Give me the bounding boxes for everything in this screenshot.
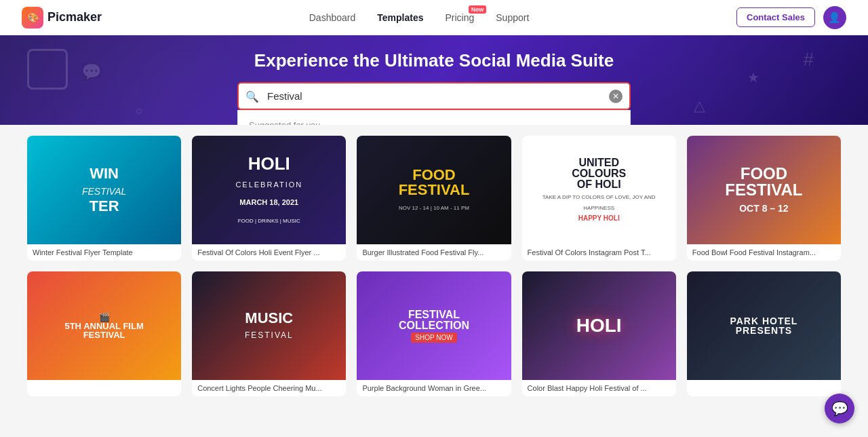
header: 🎨 Picmaker Dashboard Templates Pricing N… <box>0 0 868 35</box>
card-food-festival[interactable]: FOODFESTIVAL NOV 12 - 14 | 10 AM - 11 PM… <box>357 136 511 261</box>
card-image-park-hotel: PARK HOTELPRESENTS <box>687 271 841 380</box>
card-image-concert: MUSIC FESTIVAL <box>192 271 346 380</box>
card-winter-festival[interactable]: WINFestivalTER Winter Festival Flyer Tem… <box>27 136 181 261</box>
card-label-holi-event: Festival Of Colors Holi Event Flyer ... <box>192 244 346 261</box>
suggested-label: Suggested for you <box>249 120 321 125</box>
logo[interactable]: 🎨 Picmaker <box>22 7 102 28</box>
card-label-food-bowl: Food Bowl Food Festival Instagram... <box>687 244 841 261</box>
deco-circle: ○ <box>136 104 143 118</box>
deco-hash: # <box>803 49 814 71</box>
hero-title: Experience the Ultimate Social Media Sui… <box>254 50 614 71</box>
card-food-bowl[interactable]: FOODFESTIVAL Oct 8 – 12 Food Bowl Food F… <box>687 136 841 261</box>
nav-pricing[interactable]: Pricing New <box>445 12 474 23</box>
card-image-food-bowl: FOODFESTIVAL Oct 8 – 12 <box>687 136 841 244</box>
card-image-film: 🎬5th Annual FilmFestival <box>27 271 181 380</box>
deco-square <box>27 49 68 90</box>
card-image-winter: WINFestivalTER <box>27 136 181 244</box>
search-dropdown: Suggested for you <box>237 110 631 125</box>
card-holi-event[interactable]: HoliCELEBRATION MARCH 18, 2021 FOOD | DR… <box>192 136 346 261</box>
card-text-winter: WINFestivalTER <box>77 160 132 221</box>
new-badge: New <box>469 5 487 14</box>
hero-banner: 💬 # ★ ○ △ Experience the Ultimate Social… <box>0 35 868 125</box>
deco-chat: 💬 <box>81 62 102 81</box>
logo-text: Picmaker <box>47 10 102 24</box>
deco-star: ★ <box>747 69 760 86</box>
card-text-food-bowl: FOODFESTIVAL Oct 8 – 12 <box>719 160 808 220</box>
search-clear-button[interactable]: ✕ <box>609 90 623 103</box>
card-text-holi-blast: HOLI <box>571 311 627 341</box>
header-right: Contact Sales 👤 <box>736 6 846 29</box>
card-text-festival-col: FestivalCollection SHOP NOW <box>393 304 475 347</box>
card-image-food: FOODFESTIVAL NOV 12 - 14 | 10 AM - 11 PM <box>357 136 511 244</box>
card-concert[interactable]: MUSIC FESTIVAL Concert Lights People Che… <box>192 271 346 396</box>
card-film-festival[interactable]: 🎬5th Annual FilmFestival <box>27 271 181 396</box>
card-label-park-hotel <box>687 380 841 394</box>
card-text-film: 🎬5th Annual FilmFestival <box>59 307 149 345</box>
card-text-holi-event: HoliCELEBRATION MARCH 18, 2021 FOOD | DR… <box>230 149 308 231</box>
nav-support[interactable]: Support <box>496 12 529 23</box>
search-input[interactable] <box>237 82 631 110</box>
card-image-colours: UNITEDCOLOURSOF HOLI Take A Dip To Color… <box>522 136 676 244</box>
card-label-winter: Winter Festival Flyer Template <box>27 244 181 261</box>
card-image-festival-col: FestivalCollection SHOP NOW <box>357 271 511 380</box>
card-label-film <box>27 380 181 394</box>
card-text-concert: MUSIC FESTIVAL <box>239 305 299 346</box>
card-label-food: Burger Illustrated Food Festival Fly... <box>357 244 511 261</box>
card-text-park-hotel: PARK HOTELPRESENTS <box>724 311 803 341</box>
card-label-concert: Concert Lights People Cheering Mu... <box>192 380 346 396</box>
avatar[interactable]: 👤 <box>823 6 846 29</box>
card-image-holi-event: HoliCELEBRATION MARCH 18, 2021 FOOD | DR… <box>192 136 346 244</box>
card-park-hotel[interactable]: PARK HOTELPRESENTS <box>687 271 841 396</box>
nav-dashboard[interactable]: Dashboard <box>309 12 356 23</box>
card-holi-blast[interactable]: HOLI Color Blast Happy Holi Festival of … <box>522 271 676 396</box>
deco-triangle: △ <box>694 97 705 115</box>
card-text-colours: UNITEDCOLOURSOF HOLI Take A Dip To Color… <box>522 152 676 228</box>
contact-sales-button[interactable]: Contact Sales <box>736 7 815 27</box>
card-label-holi-blast: Color Blast Happy Holi Festival of ... <box>522 380 676 396</box>
nav: Dashboard Templates Pricing New Support <box>309 12 530 23</box>
logo-icon: 🎨 <box>22 7 43 28</box>
card-image-holi-blast: HOLI <box>522 271 676 380</box>
search-container: 🔍 ✕ Suggested for you <box>237 82 631 110</box>
card-label-festival-col: Purple Background Woman in Gree... <box>357 380 511 396</box>
chat-bubble-button[interactable]: 💬 <box>825 394 854 423</box>
card-text-food: FOODFESTIVAL NOV 12 - 14 | 10 AM - 11 PM <box>393 162 475 218</box>
card-colours-holi[interactable]: UNITEDCOLOURSOF HOLI Take A Dip To Color… <box>522 136 676 261</box>
card-festival-collection[interactable]: FestivalCollection SHOP NOW Purple Backg… <box>357 271 511 396</box>
nav-templates[interactable]: Templates <box>377 12 423 23</box>
card-grid: WINFestivalTER Winter Festival Flyer Tem… <box>0 125 868 407</box>
card-label-colours: Festival Of Colors Instagram Post T... <box>522 244 676 261</box>
search-icon: 🔍 <box>245 90 259 102</box>
